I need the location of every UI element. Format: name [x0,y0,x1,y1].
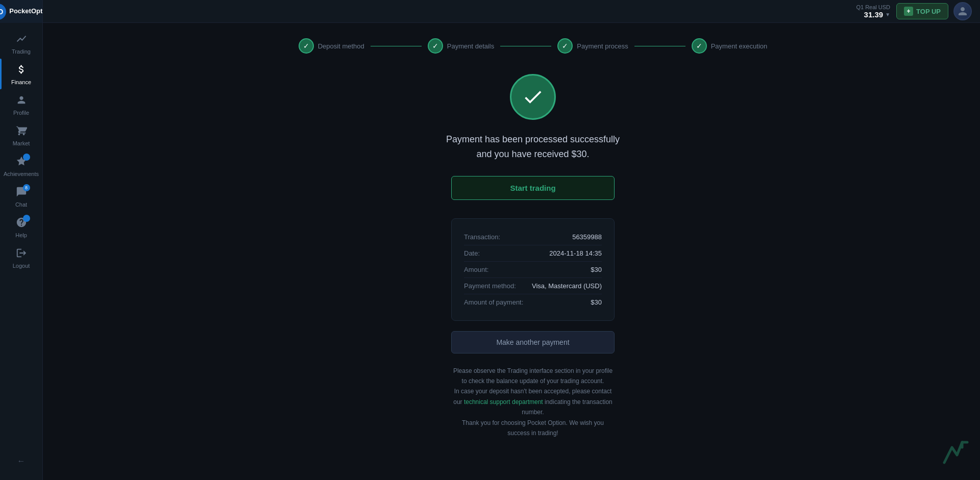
topup-label: TOP UP [916,8,941,15]
sidebar-bottom: ← [0,452,42,480]
chevron-down-icon: ▼ [885,12,890,17]
help-icon [16,217,27,231]
step-circle-2: ✓ [428,38,443,54]
balance-amount-row: 31.39 ▼ [864,10,890,19]
header: Q1 Real USD 31.39 ▼ + TOP UP [43,0,980,23]
sidebar-item-chat[interactable]: 8 Chat [0,181,42,212]
topup-icon: + [904,7,913,16]
step-label-1: Deposit method [318,42,364,50]
sidebar-item-logout[interactable]: Logout [0,242,42,273]
step-label-4: Payment execution [711,42,768,50]
transaction-key-date: Date: [464,249,480,257]
help-badge [23,215,30,222]
sidebar-label-profile: Profile [13,110,29,116]
transaction-val-date: 2024-11-18 14:35 [549,249,602,257]
step-payment-execution: ✓ Payment execution [692,38,768,54]
step-line-3 [634,46,685,46]
step-label-3: Payment process [577,42,628,50]
footer-text-2: In case your deposit hasn't been accepte… [451,386,615,417]
step-circle-4: ✓ [692,38,707,54]
start-trading-button[interactable]: Start trading [451,176,615,200]
sidebar-label-market: Market [13,140,30,146]
progress-steps: ✓ Deposit method ✓ Payment details ✓ Pay… [96,38,970,54]
sidebar-label-help: Help [15,232,27,238]
transaction-key-amount: Amount: [464,266,488,273]
transaction-card: Transaction: 56359988 Date: 2024-11-18 1… [451,218,615,321]
support-link[interactable]: technical support department [464,398,543,406]
step-line-2 [500,46,551,46]
bottom-logo [939,437,970,470]
logo[interactable]: PO PocketOption [0,0,42,23]
transaction-val-id: 56359988 [572,233,602,241]
logout-icon [16,247,27,261]
transaction-row-date: Date: 2024-11-18 14:35 [464,245,602,262]
footer-note: Please observe the Trading interface sec… [451,366,615,439]
step-label-2: Payment details [447,42,495,50]
sidebar-label-logout: Logout [13,263,30,269]
sidebar-item-finance[interactable]: Finance [0,59,42,89]
transaction-row-amount: Amount: $30 [464,262,602,278]
sidebar-label-trading: Trading [12,48,31,55]
transaction-val-amount: $30 [591,266,602,273]
collapse-arrow[interactable]: ← [0,452,42,470]
logo-icon: PO [0,4,6,20]
transaction-row-payment-amount: Amount of payment: $30 [464,294,602,310]
sidebar-nav: Trading Finance Profile Market [0,23,42,452]
transaction-val-method: Visa, Mastercard (USD) [532,282,602,290]
step-deposit-method: ✓ Deposit method [299,38,364,54]
sidebar-label-chat: Chat [15,201,27,208]
sidebar-label-achievements: Achievements [4,171,39,177]
step-circle-1: ✓ [299,38,314,54]
success-line1: Payment has been processed successfully [446,132,620,147]
sidebar-item-profile[interactable]: Profile [0,89,42,120]
avatar[interactable] [953,2,972,20]
chat-badge: 8 [23,184,30,191]
success-container: Payment has been processed successfully … [354,74,712,438]
balance-amount: 31.39 [864,10,884,19]
success-message: Payment has been processed successfully … [446,132,620,162]
step-circle-3: ✓ [557,38,573,54]
profile-icon [16,94,27,108]
transaction-key-payment-amount: Amount of payment: [464,298,523,306]
market-icon [16,125,27,139]
transaction-key-id: Transaction: [464,233,500,241]
sidebar-item-trading[interactable]: Trading [0,28,42,59]
success-line2: and you have received $30. [446,147,620,162]
sidebar: PO PocketOption Trading Finance Profile [0,0,43,480]
balance-type: Q1 Real USD [856,4,890,10]
chat-icon: 8 [16,186,27,200]
another-payment-button[interactable]: Make another payment [451,331,615,353]
main-content: ✓ Deposit method ✓ Payment details ✓ Pay… [86,23,980,480]
achievements-icon [16,156,27,169]
achievements-badge [23,154,30,161]
topup-button[interactable]: + TOP UP [896,3,948,19]
transaction-row-method: Payment method: Visa, Mastercard (USD) [464,278,602,294]
transaction-key-method: Payment method: [464,282,516,290]
step-line-1 [371,46,422,46]
transaction-row-id: Transaction: 56359988 [464,229,602,245]
transaction-val-payment-amount: $30 [591,298,602,306]
step-payment-process: ✓ Payment process [557,38,628,54]
trading-icon [16,33,27,47]
finance-icon [16,64,27,78]
footer-text-4: Thank you for choosing Pocket Option. We… [451,418,615,439]
sidebar-item-achievements[interactable]: Achievements [0,150,42,181]
step-payment-details: ✓ Payment details [428,38,495,54]
success-icon [510,74,556,120]
sidebar-item-help[interactable]: Help [0,212,42,242]
checkmark-icon [522,86,544,108]
footer-text-1: Please observe the Trading interface sec… [451,366,615,387]
balance-display: Q1 Real USD 31.39 ▼ [856,4,890,19]
sidebar-item-market[interactable]: Market [0,120,42,150]
sidebar-label-finance: Finance [11,79,31,85]
